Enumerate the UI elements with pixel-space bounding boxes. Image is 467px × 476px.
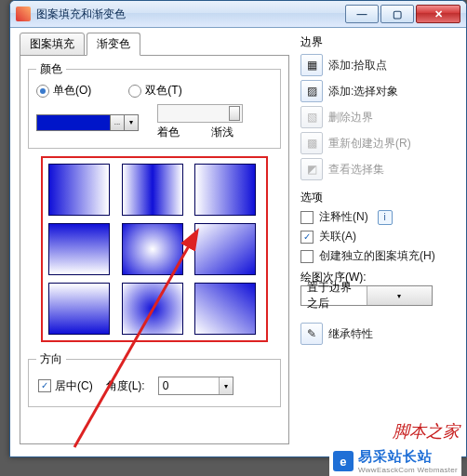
view-icon: ◩ [300, 158, 323, 180]
gradient-preset[interactable] [194, 223, 256, 275]
angle-spinner[interactable]: ▾ [158, 377, 234, 395]
gradient-preset[interactable] [194, 164, 256, 216]
footer-url: WwwEasckCom Webmaster [358, 466, 458, 474]
center-checkbox[interactable]: 居中(C) [38, 378, 93, 394]
inherit-button[interactable]: ✎ 继承特性 [300, 323, 457, 345]
gradient-preset-grid [41, 156, 268, 342]
gradient-preset[interactable] [122, 283, 183, 335]
radio-double-label: 双色(T) [145, 83, 181, 99]
option-annotative[interactable]: 注释性(N) i [300, 209, 457, 225]
direction-group: 方向 居中(C) 角度(L): ▾ [28, 351, 281, 407]
radio-single[interactable]: 单色(O) [36, 83, 91, 99]
inherit-label: 继承特性 [328, 326, 373, 342]
options-legend: 选项 [300, 190, 457, 205]
boundary-label: 添加:拾取点 [328, 58, 387, 73]
shade-slider[interactable] [157, 104, 243, 123]
tab-gradient[interactable]: 渐变色 [87, 33, 140, 56]
logo-icon: e [333, 451, 354, 471]
app-icon [16, 7, 31, 21]
watermark-text: 脚本之家 [393, 420, 460, 443]
direction-legend: 方向 [36, 351, 66, 367]
gradient-preset[interactable] [48, 223, 110, 275]
option-label: 创建独立的图案填充(H) [319, 248, 435, 264]
inherit-icon: ✎ [300, 323, 323, 345]
color-group: 颜色 单色(O) 双色(T) [28, 61, 281, 149]
swatch-dropdown-button[interactable]: ... [111, 114, 125, 131]
option-label: 关联(A) [319, 229, 356, 245]
draw-order-select[interactable]: 置于边界之后 ▾ [300, 285, 433, 306]
gradient-preset[interactable] [194, 283, 256, 335]
checkbox-icon [300, 211, 314, 224]
recreate-icon: ▩ [300, 132, 323, 154]
titlebar[interactable]: 图案填充和渐变色 — ▢ ✕ [10, 1, 466, 28]
boundary-view: ◩ 查看选择集 [300, 158, 457, 180]
angle-label: 角度(L): [106, 378, 145, 394]
check-icon [38, 379, 51, 392]
footer-brand: 易采站长站 [358, 448, 458, 466]
radio-double[interactable]: 双色(T) [128, 83, 181, 99]
gradient-preset[interactable] [122, 223, 183, 275]
option-independent[interactable]: 创建独立的图案填充(H) [300, 248, 457, 264]
gradient-preset[interactable] [48, 283, 110, 335]
color-swatch[interactable]: ... ▾ [36, 114, 139, 131]
chevron-down-icon[interactable]: ▾ [219, 377, 233, 394]
boundary-add-select[interactable]: ▨ 添加:选择对象 [300, 80, 457, 102]
draw-order-value: 置于边界之后 [301, 280, 367, 311]
center-label: 居中(C) [55, 378, 93, 394]
boundary-legend: 边界 [300, 34, 457, 50]
boundary-label: 添加:选择对象 [328, 84, 398, 99]
footer-logo: e 易采站长站 WwwEasckCom Webmaster [329, 446, 461, 476]
chevron-down-icon[interactable]: ▾ [367, 286, 433, 305]
gradient-preset[interactable] [122, 164, 183, 216]
radio-single-label: 单色(O) [53, 83, 91, 99]
color-legend: 颜色 [36, 61, 66, 77]
radiodot-icon [128, 85, 141, 98]
swatch-preview [36, 114, 111, 131]
boundary-label: 查看选择集 [328, 162, 384, 178]
boundary-label: 删除边界 [328, 110, 373, 126]
slider-left-label: 着色 [157, 125, 180, 140]
help-icon[interactable]: i [378, 210, 393, 225]
close-button[interactable]: ✕ [416, 5, 460, 23]
angle-input[interactable] [159, 378, 219, 393]
gradient-preset[interactable] [48, 164, 110, 216]
chevron-down-icon[interactable]: ▾ [125, 114, 139, 131]
maximize-button[interactable]: ▢ [380, 5, 414, 23]
left-panel: 颜色 单色(O) 双色(T) [20, 55, 289, 444]
radiodot-icon [36, 85, 49, 98]
window-title: 图案填充和渐变色 [36, 7, 345, 22]
boundary-add-pick[interactable]: ▦ 添加:拾取点 [300, 54, 457, 76]
boundary-recreate: ▩ 重新创建边界(R) [300, 132, 457, 154]
add-select-icon: ▨ [300, 80, 323, 102]
slider-right-label: 渐浅 [211, 125, 234, 140]
tab-hatch[interactable]: 图案填充 [20, 33, 85, 56]
add-pick-icon: ▦ [300, 54, 323, 76]
option-associative[interactable]: 关联(A) [300, 229, 457, 245]
delete-icon: ▧ [300, 106, 323, 128]
minimize-button[interactable]: — [345, 5, 379, 23]
checkbox-icon [300, 250, 314, 263]
option-label: 注释性(N) [319, 209, 368, 225]
checkbox-icon [300, 231, 314, 244]
boundary-delete: ▧ 删除边界 [300, 106, 457, 128]
boundary-label: 重新创建边界(R) [328, 136, 411, 152]
dialog-window: 图案填充和渐变色 — ▢ ✕ 图案填充 渐变色 颜色 单色(O) [9, 0, 467, 457]
slider-thumb[interactable] [229, 106, 240, 121]
